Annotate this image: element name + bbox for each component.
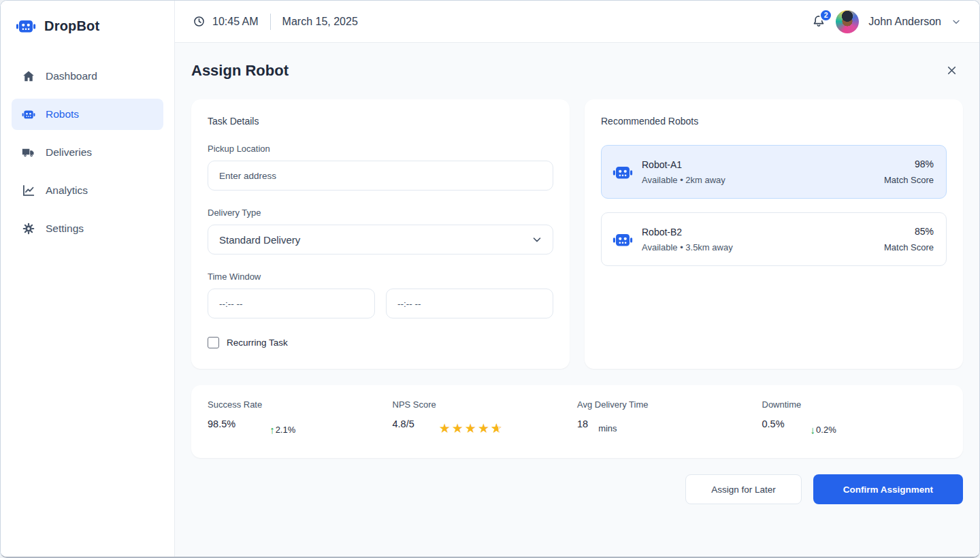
recurring-task-row[interactable]: Recurring Task: [208, 337, 553, 348]
robot-status: Available • 3.5km away: [642, 242, 733, 252]
user-name[interactable]: John Anderson: [868, 16, 941, 28]
time-end-input[interactable]: [386, 289, 553, 318]
robot-name: Robot-B2: [642, 227, 733, 237]
robot-name: Robot-A1: [642, 159, 725, 170]
page-title: Assign Robot: [191, 62, 289, 80]
match-score-value: 98%: [884, 159, 934, 169]
sidebar-item-settings[interactable]: Settings: [12, 213, 163, 244]
gear-icon: [22, 222, 35, 235]
recommended-robots-heading: Recommended Robots: [601, 116, 947, 127]
actions-row: Assign for Later Confirm Assignment: [191, 474, 963, 504]
sidebar-nav: Dashboard Robots: [1, 61, 174, 244]
performance-stats-card: Success Rate 98.5% ↑ 2.1% NPS Score 4.8/…: [191, 385, 963, 458]
stat-downtime: Downtime 0.5% ↓ 0.2%: [762, 399, 947, 444]
sidebar-item-analytics[interactable]: Analytics: [12, 175, 163, 206]
delivery-type-value: Standard Delivery: [219, 234, 300, 246]
recommended-robots-card: Recommended Robots: [585, 99, 963, 369]
recurring-task-label: Recurring Task: [227, 338, 288, 348]
stat-value: 0.5%: [762, 419, 785, 429]
clock-icon: [193, 15, 206, 28]
stat-change: 0.2%: [816, 425, 836, 435]
app-logo: DropBot: [1, 1, 174, 36]
stat-unit: mins: [598, 423, 617, 433]
trend-up-icon: ↑: [270, 425, 275, 435]
sidebar-item-dashboard[interactable]: Dashboard: [12, 61, 163, 92]
task-details-heading: Task Details: [208, 116, 553, 127]
close-button[interactable]: [941, 61, 962, 81]
stat-change: 2.1%: [276, 425, 296, 435]
stat-label: Downtime: [762, 399, 947, 410]
stat-label: NPS Score: [393, 399, 578, 410]
stat-label: Success Rate: [208, 399, 393, 410]
app-name: DropBot: [44, 18, 99, 34]
sidebar-item-label: Dashboard: [46, 70, 97, 82]
sidebar: DropBot Dashboard: [1, 1, 175, 557]
chevron-down-icon[interactable]: [951, 16, 962, 27]
sidebar-item-label: Deliveries: [46, 146, 92, 159]
pickup-location-label: Pickup Location: [208, 144, 553, 154]
match-score-value: 85%: [884, 226, 934, 237]
sidebar-item-robots[interactable]: Robots: [12, 99, 163, 130]
stat-value: 98.5%: [208, 419, 235, 429]
datetime-group: 10:45 AM March 15, 2025: [193, 14, 358, 30]
recurring-task-checkbox[interactable]: [208, 337, 219, 348]
sidebar-item-label: Robots: [46, 108, 79, 120]
truck-icon: [22, 146, 35, 159]
stat-nps-score: NPS Score 4.8/5: [393, 399, 578, 444]
assign-robot-panel: Assign Robot Task Details Pickup Locatio…: [175, 43, 979, 557]
delivery-type-label: Delivery Type: [208, 208, 553, 218]
match-score-label: Match Score: [884, 175, 934, 185]
pickup-location-input[interactable]: [208, 161, 553, 191]
stat-label: Avg Delivery Time: [577, 399, 762, 410]
robot-option-a1[interactable]: Robot-A1 Available • 2km away 98% Match …: [601, 145, 947, 199]
home-icon: [22, 69, 35, 83]
robot-icon: [612, 229, 633, 250]
avatar[interactable]: [836, 10, 859, 33]
robot-icon: [612, 162, 633, 182]
stat-avg-delivery-time: Avg Delivery Time 18 mins: [577, 399, 762, 444]
trend-down-icon: ↓: [811, 425, 816, 435]
sidebar-item-deliveries[interactable]: Deliveries: [12, 137, 163, 168]
robot-status: Available • 2km away: [642, 175, 725, 185]
confirm-assignment-button[interactable]: Confirm Assignment: [813, 474, 963, 504]
sidebar-item-label: Settings: [46, 223, 84, 235]
match-score-label: Match Score: [884, 242, 934, 252]
notification-badge: 2: [819, 9, 832, 22]
sidebar-item-label: Analytics: [46, 184, 88, 197]
analytics-icon: [22, 184, 35, 197]
app-window: DropBot Dashboard: [0, 0, 980, 558]
time-window-label: Time Window: [208, 272, 553, 282]
task-details-card: Task Details Pickup Location Delivery Ty…: [191, 99, 570, 369]
close-icon: [945, 64, 958, 77]
notifications-button[interactable]: 2: [811, 14, 826, 30]
current-date: March 15, 2025: [282, 16, 358, 28]
stat-value: 4.8/5: [393, 419, 414, 429]
time-start-input[interactable]: [208, 289, 375, 318]
user-group: 2 John Anderson: [811, 10, 962, 33]
main-area: 10:45 AM March 15, 2025 2 John Anderson: [175, 1, 979, 557]
robot-logo-icon: [16, 16, 36, 36]
stat-value: 18: [577, 419, 588, 429]
delivery-type-select[interactable]: Standard Delivery: [208, 225, 553, 255]
robot-icon: [22, 108, 35, 121]
divider: [270, 14, 271, 30]
star-rating-icon: [439, 422, 504, 435]
assign-for-later-button[interactable]: Assign for Later: [685, 474, 802, 504]
topbar: 10:45 AM March 15, 2025 2 John Anderson: [175, 1, 979, 43]
current-time: 10:45 AM: [212, 16, 259, 28]
robot-option-b2[interactable]: Robot-B2 Available • 3.5km away 85% Matc…: [601, 212, 947, 266]
chevron-down-icon: [531, 233, 543, 246]
stat-success-rate: Success Rate 98.5% ↑ 2.1%: [208, 399, 393, 444]
